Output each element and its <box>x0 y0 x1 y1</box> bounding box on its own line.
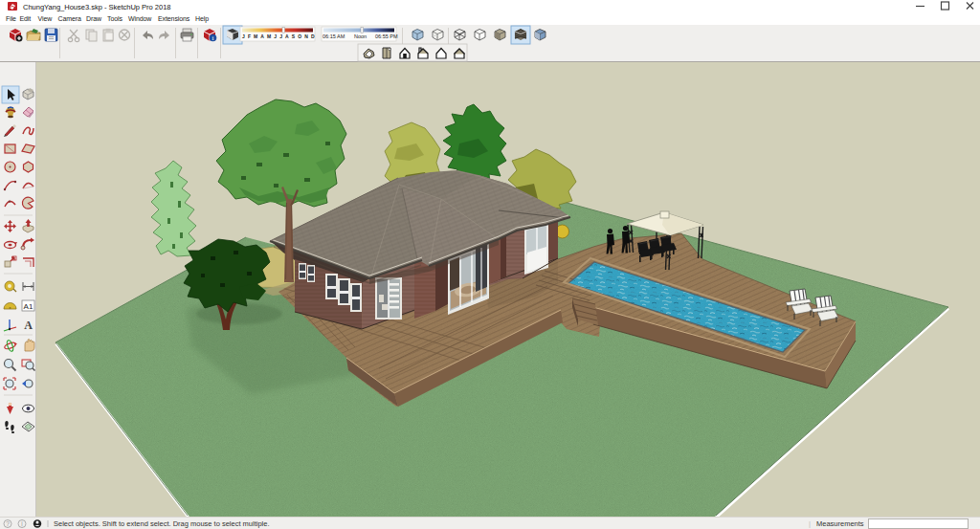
svg-text:A: A <box>24 319 33 332</box>
svg-text:?: ? <box>6 520 10 527</box>
svg-text:Noon: Noon <box>354 33 367 39</box>
svg-text:i: i <box>21 520 22 527</box>
svg-text:i: i <box>212 34 214 42</box>
svg-text:JFMAMJJASOND: JFMAMJJASOND <box>242 33 318 39</box>
svg-text:06:15 AM: 06:15 AM <box>323 33 345 39</box>
svg-text:06:55 PM: 06:55 PM <box>375 33 398 39</box>
svg-text:A1: A1 <box>24 302 33 311</box>
